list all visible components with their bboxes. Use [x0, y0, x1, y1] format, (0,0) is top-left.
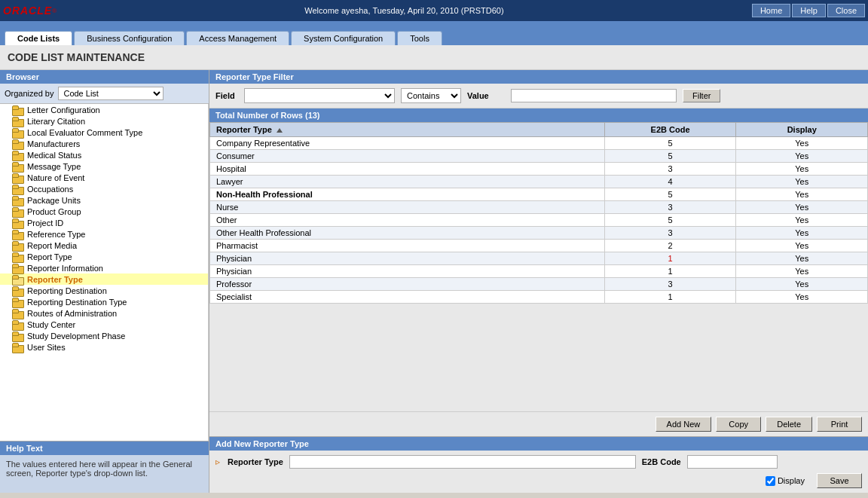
folder-icon — [12, 139, 24, 148]
help-button[interactable]: Help — [792, 4, 826, 17]
table-section: Total Number of Rows (13) Reporter Type … — [209, 108, 868, 436]
cell-e2b-code: 3 — [604, 278, 736, 291]
tree-item-reporter-type[interactable]: Reporter Type — [0, 273, 208, 285]
cell-reporter-type: Nurse — [210, 201, 605, 214]
table-row[interactable]: Specialist1Yes — [210, 291, 868, 304]
table-row[interactable]: Lawyer4Yes — [210, 176, 868, 188]
folder-icon-open — [12, 274, 24, 284]
filter-value-input[interactable] — [511, 89, 677, 102]
tree-item-reference-type[interactable]: Reference Type — [0, 228, 208, 240]
table-row[interactable]: Hospital3Yes — [210, 163, 868, 176]
organized-by-label: Organized by — [5, 89, 53, 98]
cell-reporter-type: Other Health Professional — [210, 227, 605, 240]
add-new-button[interactable]: Add New — [656, 417, 712, 432]
tree-item-report-type[interactable]: Report Type — [0, 251, 208, 262]
cell-reporter-type: Physician — [210, 265, 605, 278]
welcome-text: Welcome ayesha, Tuesday, April 20, 2010 … — [57, 6, 752, 15]
cell-e2b-code: 1 — [604, 265, 736, 278]
filter-button[interactable]: Filter — [683, 89, 720, 102]
e2b-code-input[interactable] — [687, 455, 778, 469]
tree-item-product-group[interactable]: Product Group — [0, 206, 208, 217]
tree-item-routes-of-administration[interactable]: Routes of Administration — [0, 307, 208, 319]
folder-icon — [12, 206, 24, 216]
col-reporter-type[interactable]: Reporter Type — [210, 123, 605, 137]
folder-icon — [12, 195, 24, 205]
table-row[interactable]: Physician1Yes — [210, 265, 868, 278]
folder-icon — [12, 286, 24, 295]
tab-code-lists[interactable]: Code Lists — [5, 31, 72, 45]
browser-panel: Browser Organized by Code List Letter Co… — [0, 70, 209, 493]
copy-button[interactable]: Copy — [716, 417, 761, 432]
folder-icon — [12, 297, 24, 307]
cell-e2b-code: 1 — [604, 291, 736, 304]
table-row[interactable]: Consumer5Yes — [210, 150, 868, 163]
add-new-fields: ▹ Reporter Type E2B Code — [215, 455, 862, 469]
tree-item-local-evaluator[interactable]: Local Evaluator Comment Type — [0, 127, 208, 138]
add-new-body: ▹ Reporter Type E2B Code Display Save — [209, 451, 868, 493]
table-row[interactable]: Other Health Professional3Yes — [210, 227, 868, 240]
table-row[interactable]: Company Representative5Yes — [210, 137, 868, 150]
value-label: Value — [467, 91, 505, 100]
organized-by-select[interactable]: Code List — [58, 87, 164, 100]
cell-display: Yes — [736, 201, 868, 214]
cell-e2b-code: 5 — [604, 150, 736, 163]
tree-item-literary-citation[interactable]: Literary Citation — [0, 115, 208, 127]
right-panel: Reporter Type Filter Field Reporter Type… — [209, 70, 868, 493]
filter-contains-select[interactable]: Contains Equals Starts With — [401, 88, 461, 103]
page-title: CODE LIST MAINTENANCE — [0, 45, 868, 70]
tab-system-configuration[interactable]: System Configuration — [291, 31, 396, 45]
table-row[interactable]: Other5Yes — [210, 214, 868, 227]
cell-reporter-type: Hospital — [210, 163, 605, 176]
save-button[interactable]: Save — [817, 473, 862, 488]
cell-display: Yes — [736, 176, 868, 188]
e2b-code-label: E2B Code — [642, 457, 681, 466]
tree-item-report-media[interactable]: Report Media — [0, 240, 208, 251]
tree-item-medical-status[interactable]: Medical Status — [0, 149, 208, 160]
folder-icon — [12, 105, 24, 115]
folder-icon — [12, 161, 24, 171]
tab-access-management[interactable]: Access Management — [186, 31, 289, 45]
tree-item-letter-configuration[interactable]: Letter Configuration — [0, 104, 208, 115]
table-row[interactable]: Professor3Yes — [210, 278, 868, 291]
table-row[interactable]: Non-Health Professional5Yes — [210, 188, 868, 201]
display-checkbox-label[interactable]: Display — [766, 476, 805, 486]
tree-item-message-type[interactable]: Message Type — [0, 160, 208, 172]
tree-list[interactable]: Letter Configuration Literary Citation L… — [0, 104, 209, 441]
reporter-type-input[interactable] — [289, 455, 636, 469]
tree-item-study-development-phase[interactable]: Study Development Phase — [0, 330, 208, 341]
tree-item-package-units[interactable]: Package Units — [0, 194, 208, 206]
delete-button[interactable]: Delete — [766, 417, 812, 432]
tree-item-study-center[interactable]: Study Center — [0, 319, 208, 330]
tab-tools[interactable]: Tools — [397, 31, 442, 45]
folder-icon — [12, 252, 24, 261]
tree-item-nature-of-event[interactable]: Nature of Event — [0, 172, 208, 183]
tree-item-occupations[interactable]: Occupations — [0, 183, 208, 194]
cell-display: Yes — [736, 240, 868, 252]
folder-icon — [12, 173, 24, 182]
close-button[interactable]: Close — [827, 4, 865, 17]
col-display[interactable]: Display — [736, 123, 868, 137]
tree-item-reporting-destination-type[interactable]: Reporting Destination Type — [0, 296, 208, 307]
col-e2b-code[interactable]: E2B Code — [604, 123, 736, 137]
tree-item-reporting-destination[interactable]: Reporting Destination — [0, 285, 208, 296]
table-row[interactable]: Nurse3Yes — [210, 201, 868, 214]
cell-e2b-code: 4 — [604, 176, 736, 188]
tree-item-reporter-information[interactable]: Reporter Information — [0, 262, 208, 273]
tab-business-configuration[interactable]: Business Configuration — [74, 31, 185, 45]
cell-reporter-type: Pharmacist — [210, 240, 605, 252]
filter-field-select[interactable]: Reporter Type E2B Code Display — [244, 88, 395, 103]
tree-item-user-sites[interactable]: User Sites — [0, 341, 208, 353]
table-row[interactable]: Physician1Yes — [210, 252, 868, 265]
tree-item-project-id[interactable]: Project ID — [0, 217, 208, 228]
filter-header: Reporter Type Filter — [209, 70, 868, 84]
print-button[interactable]: Print — [817, 417, 862, 432]
table-scroll-area[interactable]: Reporter Type E2B Code Display Company R… — [209, 122, 868, 411]
cell-e2b-code: 2 — [604, 240, 736, 252]
display-checkbox[interactable] — [766, 476, 775, 486]
table-row[interactable]: Pharmacist2Yes — [210, 240, 868, 252]
home-button[interactable]: Home — [752, 4, 790, 17]
folder-icon — [12, 116, 24, 126]
table-header-bar: Total Number of Rows (13) — [209, 108, 868, 122]
cell-reporter-type: Specialist — [210, 291, 605, 304]
tree-item-manufacturers[interactable]: Manufacturers — [0, 138, 208, 149]
